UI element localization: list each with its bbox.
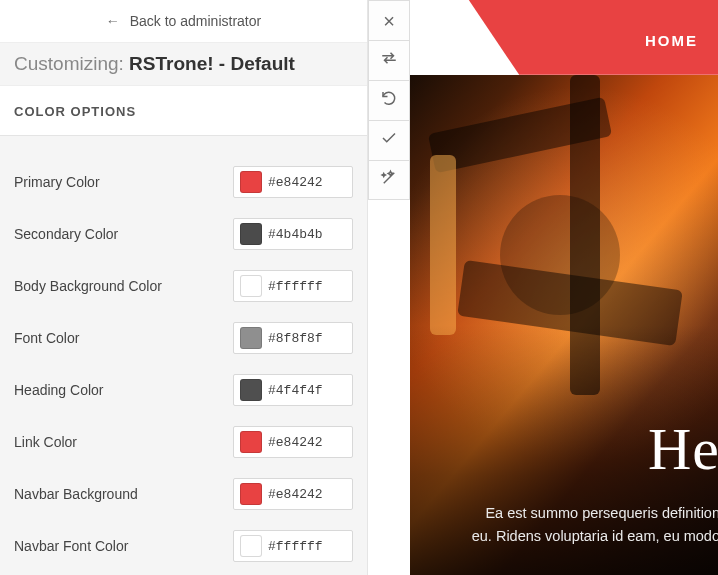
color-hex-value: #ffffff [268, 539, 323, 554]
color-swatch[interactable] [240, 483, 262, 505]
color-swatch[interactable] [240, 223, 262, 245]
option-row: Secondary Color #4b4b4b [14, 208, 353, 260]
machinery-shape [570, 75, 600, 395]
swap-button[interactable] [368, 40, 410, 80]
color-input[interactable]: #e84242 [233, 426, 353, 458]
color-hex-value: #e84242 [268, 175, 323, 190]
color-swatch[interactable] [240, 379, 262, 401]
customizer-toolbar: × [368, 0, 410, 200]
option-label: Navbar Font Color [14, 538, 233, 554]
option-row: Link Color #e84242 [14, 416, 353, 468]
undo-button[interactable] [368, 80, 410, 120]
machinery-shape [457, 260, 683, 346]
color-input[interactable]: #e84242 [233, 478, 353, 510]
option-label: Navbar Background [14, 486, 233, 502]
check-icon [380, 129, 398, 152]
color-hex-value: #e84242 [268, 435, 323, 450]
magic-wand-button[interactable] [368, 160, 410, 200]
customizing-title-bar: Customizing: RSTrone! - Default [0, 42, 367, 86]
save-button[interactable] [368, 120, 410, 160]
color-swatch[interactable] [240, 431, 262, 453]
machinery-shape [500, 195, 620, 315]
color-hex-value: #e84242 [268, 487, 323, 502]
color-input[interactable]: #ffffff [233, 530, 353, 562]
color-input[interactable]: #ffffff [233, 270, 353, 302]
color-swatch[interactable] [240, 327, 262, 349]
machinery-shape [428, 97, 612, 174]
option-row: Navbar Font Color #ffffff [14, 520, 353, 572]
option-row: Primary Color #e84242 [14, 156, 353, 208]
customizing-prefix: Customizing: [14, 53, 129, 74]
color-hex-value: #4b4b4b [268, 227, 323, 242]
color-input[interactable]: #4f4f4f [233, 374, 353, 406]
color-swatch[interactable] [240, 275, 262, 297]
back-label: Back to administrator [130, 13, 262, 29]
nav-home-link[interactable]: HOME [645, 32, 698, 49]
option-row: Navbar Background #e84242 [14, 468, 353, 520]
color-swatch[interactable] [240, 171, 262, 193]
machinery-shape [430, 155, 456, 335]
hero-image: He Ea est summo persequeris definition e… [410, 75, 718, 575]
hero-title: He [410, 415, 718, 484]
hero-sub-line-1: Ea est summo persequeris definition [485, 505, 718, 521]
back-to-admin-link[interactable]: ← Back to administrator [106, 0, 261, 42]
header-angled-shape [368, 0, 718, 110]
color-input[interactable]: #8f8f8f [233, 322, 353, 354]
option-label: Primary Color [14, 174, 233, 190]
color-input[interactable]: #4b4b4b [233, 218, 353, 250]
arrow-left-icon: ← [106, 13, 120, 29]
option-row: Heading Color #4f4f4f [14, 364, 353, 416]
hero-subtitle: Ea est summo persequeris definition eu. … [410, 502, 718, 547]
color-options-list: Primary Color #e84242 Secondary Color #4… [0, 136, 367, 575]
option-label: Secondary Color [14, 226, 233, 242]
back-row: ← Back to administrator [0, 0, 367, 42]
color-input[interactable]: #e84242 [233, 166, 353, 198]
option-label: Body Background Color [14, 278, 233, 294]
magic-wand-icon [380, 169, 398, 192]
template-name: RSTrone! - Default [129, 53, 295, 74]
option-label: Font Color [14, 330, 233, 346]
hero-gradient-overlay [410, 75, 718, 575]
color-swatch[interactable] [240, 535, 262, 557]
color-hex-value: #ffffff [268, 279, 323, 294]
customizer-panel: ← Back to administrator Customizing: RST… [0, 0, 368, 575]
color-hex-value: #4f4f4f [268, 383, 323, 398]
close-icon: × [383, 11, 395, 31]
preview-pane: He Ea est summo persequeris definition e… [368, 0, 718, 575]
color-hex-value: #8f8f8f [268, 331, 323, 346]
hero-text: He Ea est summo persequeris definition e… [410, 415, 718, 547]
undo-icon [380, 89, 398, 112]
close-button[interactable]: × [368, 0, 410, 40]
option-row: Body Background Color #ffffff [14, 260, 353, 312]
option-row: Font Color #8f8f8f [14, 312, 353, 364]
option-label: Heading Color [14, 382, 233, 398]
hero-sub-line-2: eu. Ridens voluptaria id eam, eu modo [472, 528, 718, 544]
option-label: Link Color [14, 434, 233, 450]
section-header-color-options: COLOR OPTIONS [0, 86, 367, 136]
swap-horizontal-icon [380, 49, 398, 72]
